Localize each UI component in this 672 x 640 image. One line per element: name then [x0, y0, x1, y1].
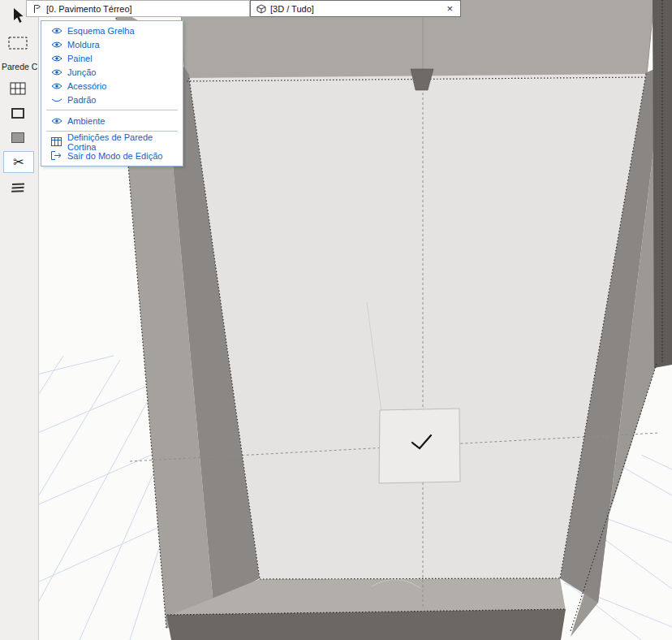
- close-tab-button[interactable]: ×: [445, 3, 454, 14]
- arrow-cursor-icon: [11, 7, 24, 24]
- menu-item-sair-modo-edicao[interactable]: Sair do Modo de Edição: [41, 149, 183, 162]
- split-tool[interactable]: ✂: [3, 151, 34, 173]
- marquee-tool[interactable]: [6, 32, 29, 54]
- curtain-wall-scheme-tool[interactable]: [6, 78, 29, 99]
- story-flag-icon: [32, 4, 42, 14]
- eye-icon: [50, 54, 62, 63]
- grid-scheme-icon: [10, 82, 26, 95]
- eye-icon: [50, 117, 62, 125]
- layers-icon: [10, 182, 26, 193]
- eye-icon: [50, 27, 62, 35]
- menu-item-esquema-grelha[interactable]: Esquema Grelha: [41, 24, 183, 37]
- 3d-box-icon: [256, 4, 266, 14]
- tab-3d[interactable]: [3D / Tudo] ×: [250, 0, 461, 17]
- edit-mode-menu: Esquema Grelha Moldura Painel Junção Ace: [41, 20, 183, 166]
- menu-item-moldura[interactable]: Moldura: [41, 37, 183, 51]
- menu-item-padrao[interactable]: Padrão: [41, 93, 183, 106]
- eye-icon: [50, 41, 62, 49]
- tab-label: [0. Pavimento Térreo]: [46, 4, 132, 14]
- eye-closed-icon: [50, 96, 62, 104]
- layers-tool[interactable]: [6, 177, 29, 198]
- menu-item-acessorio[interactable]: Acessório: [41, 79, 183, 93]
- app-window: Parede C ✂: [0, 0, 672, 640]
- eye-icon: [50, 68, 62, 76]
- tab-label: [3D / Tudo]: [270, 4, 314, 14]
- menu-item-definicoes-parede-cortina[interactable]: Definições de Parede Cortina: [41, 135, 183, 149]
- selected-panel[interactable]: [379, 409, 460, 483]
- frame-tool[interactable]: [6, 102, 29, 123]
- tab-floor-plan[interactable]: [0. Pavimento Térreo]: [26, 0, 250, 17]
- menu-item-painel[interactable]: Painel: [41, 51, 183, 65]
- settings-table-icon: [50, 137, 62, 146]
- menu-item-ambiente[interactable]: Ambiente: [41, 114, 183, 128]
- scissors-icon: ✂: [13, 156, 24, 169]
- exit-icon: [50, 151, 62, 160]
- eye-icon: [50, 82, 62, 90]
- marquee-icon: [8, 37, 28, 50]
- menu-separator: [46, 110, 178, 110]
- frame-outline-icon: [11, 107, 25, 119]
- menu-item-juncao[interactable]: Junção: [41, 65, 183, 79]
- panel-tool[interactable]: [6, 127, 29, 148]
- toolbar-section-label: Parede C: [2, 62, 39, 71]
- tab-bar: [0. Pavimento Térreo] [3D / Tudo] ×: [26, 0, 461, 17]
- toolbar: Parede C ✂: [0, 0, 39, 640]
- panel-fill-icon: [11, 132, 25, 144]
